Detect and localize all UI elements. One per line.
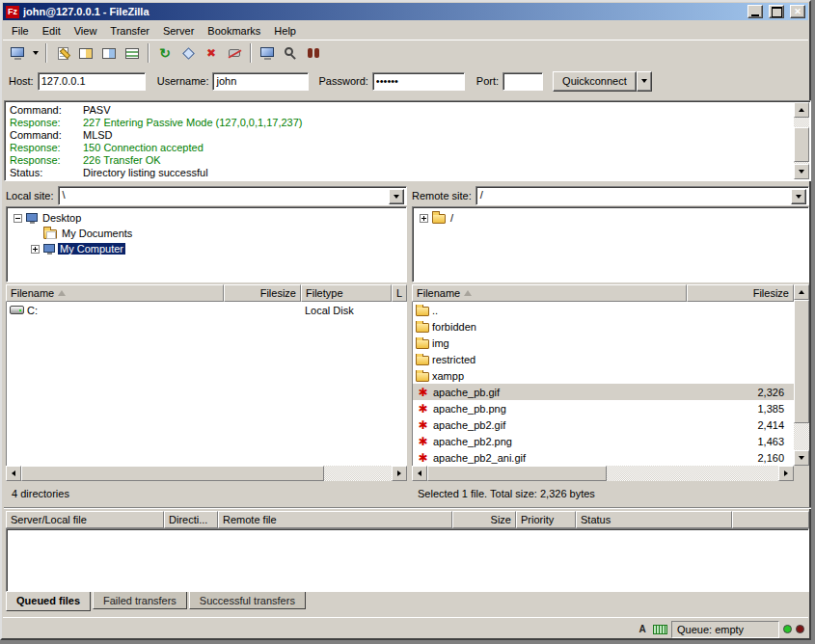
tree-item-my-documents[interactable]: My Documents <box>7 226 406 241</box>
divider <box>4 507 811 509</box>
column-filesize[interactable]: Filesize <box>687 284 794 302</box>
minimize-button[interactable] <box>747 5 763 18</box>
remote-site-label: Remote site: <box>412 190 472 201</box>
local-list-hscrollbar[interactable] <box>6 466 407 481</box>
refresh-icon <box>159 46 171 60</box>
message-log-toggle-button[interactable] <box>51 42 74 64</box>
quickconnect-button[interactable]: Quickconnect <box>553 71 637 92</box>
scroll-down-button[interactable] <box>794 164 809 179</box>
scrollbar-thumb[interactable] <box>427 466 607 481</box>
menu-file[interactable]: File <box>5 23 36 39</box>
column-direction[interactable]: Directi... <box>164 511 218 528</box>
scroll-up-button[interactable] <box>794 284 809 300</box>
site-manager-button[interactable] <box>6 42 29 64</box>
filter-button[interactable] <box>279 42 302 64</box>
column-last-modified[interactable]: L <box>392 284 407 302</box>
titlebar[interactable]: john@127.0.0.1 - FileZilla <box>3 3 808 20</box>
scroll-right-button[interactable] <box>778 466 794 481</box>
scrollbar-thumb[interactable] <box>794 127 809 162</box>
tree-item-root[interactable]: / <box>413 210 808 226</box>
toolbar-separator <box>250 43 252 63</box>
transfer-queue-toggle-button[interactable] <box>121 42 144 64</box>
app-icon <box>6 6 19 18</box>
combo-dropdown-button[interactable] <box>389 189 404 204</box>
tree-item-my-computer[interactable]: My Computer <box>7 241 406 256</box>
combo-dropdown-button[interactable] <box>791 189 806 204</box>
file-row[interactable]: restricted <box>413 351 794 367</box>
port-input[interactable] <box>503 72 543 91</box>
collapse-icon[interactable] <box>14 214 22 223</box>
menu-help[interactable]: Help <box>267 23 303 39</box>
local-treeview-toggle-button[interactable] <box>74 42 97 64</box>
password-input[interactable] <box>372 72 465 91</box>
file-row[interactable]: xampp <box>413 367 794 384</box>
file-row[interactable]: apache_pb2_ani.gif2,160 <box>413 449 794 466</box>
log-line: Response:226 Transfer OK <box>10 154 791 167</box>
filter-icon <box>285 47 293 56</box>
quickconnect-dropdown-button[interactable] <box>637 71 652 92</box>
file-row[interactable]: img <box>413 335 794 351</box>
tab-queued-files[interactable]: Queued files <box>6 592 91 611</box>
file-row[interactable]: C: Local Disk <box>7 302 407 318</box>
scroll-right-button[interactable] <box>392 466 407 481</box>
username-input[interactable] <box>212 72 309 91</box>
scrollbar-thumb[interactable] <box>794 300 809 423</box>
column-filesize[interactable]: Filesize <box>224 284 301 302</box>
remote-list-header: Filename Filesize <box>412 284 794 302</box>
remote-treeview-toggle-button[interactable] <box>97 42 121 64</box>
tree-item-desktop[interactable]: Desktop <box>7 210 406 226</box>
folder-icon <box>432 214 446 224</box>
log-scrollbar[interactable] <box>794 102 809 179</box>
scroll-down-button[interactable] <box>794 450 809 466</box>
column-priority[interactable]: Priority <box>516 511 576 528</box>
expand-icon[interactable] <box>31 245 40 254</box>
port-label: Port: <box>476 75 499 87</box>
file-row[interactable]: apache_pb2.png1,463 <box>413 433 794 449</box>
menu-edit[interactable]: Edit <box>36 23 68 39</box>
reconnect-button[interactable] <box>256 42 279 64</box>
scroll-left-button[interactable] <box>412 466 427 481</box>
menu-server[interactable]: Server <box>156 23 201 39</box>
queue-header: Server/Local file Directi... Remote file… <box>6 511 809 528</box>
scroll-up-button[interactable] <box>794 102 809 118</box>
column-status[interactable]: Status <box>576 511 732 528</box>
chevron-down-icon <box>796 195 801 199</box>
column-size[interactable]: Size <box>452 511 516 528</box>
column-remote-file[interactable]: Remote file <box>218 511 452 528</box>
ascii-mode-icon[interactable] <box>636 624 649 634</box>
remote-status-text: Selected 1 file. Total size: 2,326 bytes <box>412 483 809 504</box>
disconnect-button[interactable] <box>223 42 246 64</box>
find-files-button[interactable] <box>302 42 325 64</box>
host-input[interactable] <box>38 72 146 91</box>
scroll-left-button[interactable] <box>6 466 21 481</box>
menu-bookmarks[interactable]: Bookmarks <box>201 23 267 39</box>
scrollbar-thumb[interactable] <box>21 466 324 481</box>
tab-failed-transfers[interactable]: Failed transfers <box>93 592 187 609</box>
column-filename[interactable]: Filename <box>412 284 687 302</box>
remote-site-combobox[interactable]: / <box>475 186 809 205</box>
file-row[interactable]: forbidden <box>413 318 794 335</box>
file-row[interactable]: .. <box>413 302 794 318</box>
site-manager-dropdown-button[interactable] <box>29 42 41 64</box>
remote-list-hscrollbar[interactable] <box>412 466 794 481</box>
column-server-local-file[interactable]: Server/Local file <box>6 511 164 528</box>
refresh-button[interactable] <box>153 42 177 64</box>
process-queue-button[interactable] <box>177 42 200 64</box>
file-row[interactable]: apache_pb.png1,385 <box>413 400 794 416</box>
close-button[interactable] <box>790 5 805 18</box>
chevron-down-icon <box>33 51 39 55</box>
cancel-button[interactable] <box>200 42 223 64</box>
menu-view[interactable]: View <box>68 23 104 39</box>
maximize-button[interactable] <box>769 5 784 18</box>
column-filetype[interactable]: Filetype <box>301 284 392 302</box>
keyboard-icon[interactable] <box>653 625 667 634</box>
expand-icon[interactable] <box>420 214 428 223</box>
local-site-combobox[interactable]: \ <box>58 186 407 205</box>
file-row[interactable]: apache_pb2.gif2,414 <box>413 416 794 433</box>
file-row-selected[interactable]: apache_pb.gif2,326 <box>413 384 794 400</box>
remote-list-scrollbar[interactable] <box>794 284 809 466</box>
tab-successful-transfers[interactable]: Successful transfers <box>189 592 306 609</box>
column-filename[interactable]: Filename <box>6 284 224 302</box>
menu-transfer[interactable]: Transfer <box>103 23 156 39</box>
queue-list[interactable] <box>6 528 809 592</box>
